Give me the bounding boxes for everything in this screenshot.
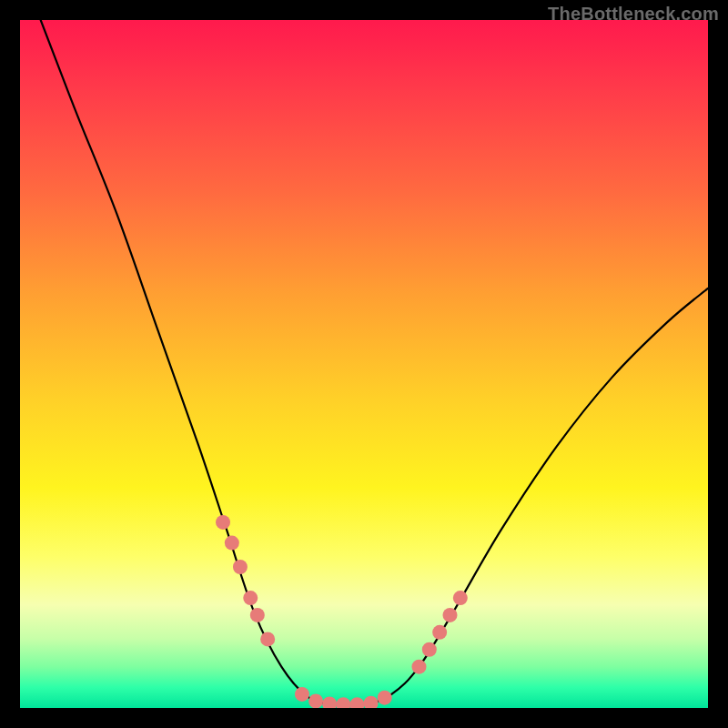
highlight-dot bbox=[349, 697, 364, 708]
bottleneck-curve bbox=[41, 20, 708, 706]
highlight-dot bbox=[243, 591, 258, 605]
highlight-dot bbox=[322, 696, 337, 708]
highlight-dot bbox=[443, 608, 458, 622]
highlight-dot bbox=[233, 560, 248, 574]
highlight-dot bbox=[432, 625, 447, 640]
highlight-dot bbox=[336, 697, 350, 708]
chart-plot-area bbox=[20, 20, 708, 708]
highlight-dot bbox=[453, 591, 468, 605]
highlight-dot bbox=[378, 691, 392, 705]
highlight-dot bbox=[250, 608, 265, 622]
chart-svg bbox=[20, 20, 708, 708]
highlight-dot bbox=[260, 632, 275, 646]
highlight-dot bbox=[411, 660, 426, 674]
highlight-dot bbox=[225, 536, 239, 551]
highlight-dot bbox=[216, 515, 230, 530]
highlight-dot bbox=[364, 696, 379, 708]
highlight-dots bbox=[216, 515, 468, 708]
highlight-dot bbox=[308, 693, 323, 708]
highlight-dot bbox=[422, 642, 437, 657]
watermark-text: TheBottleneck.com bbox=[548, 4, 719, 25]
highlight-dot bbox=[295, 687, 309, 702]
